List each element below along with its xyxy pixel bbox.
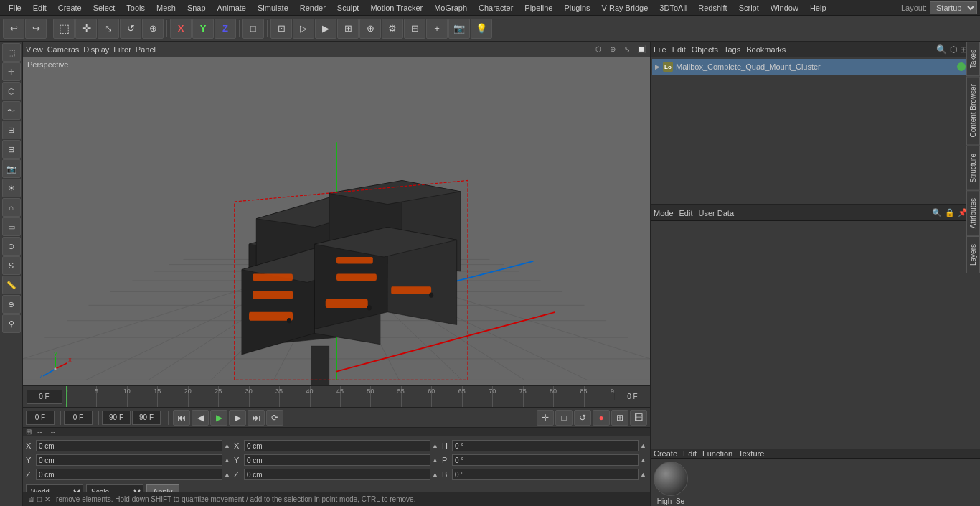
coord-x2-up[interactable]: ▲ — [432, 442, 439, 449]
menu-animate[interactable]: Animate — [212, 2, 252, 14]
menu-create[interactable]: Create — [52, 2, 88, 14]
vp-menu-display[interactable]: Display — [83, 45, 109, 54]
menu-simulate[interactable]: Simulate — [252, 2, 294, 14]
sidebar-btn-select[interactable]: ⬚ — [2, 43, 21, 62]
material-item-0[interactable]: High_Se — [654, 462, 688, 505]
sidebar-btn-camera[interactable]: 📷 — [2, 159, 21, 178]
menu-file[interactable]: File — [3, 2, 27, 14]
vis-dot-1[interactable] — [957, 62, 966, 71]
coord-z-input[interactable] — [36, 469, 222, 480]
coord-y-input[interactable] — [36, 454, 222, 466]
playback-current-input[interactable] — [64, 411, 93, 425]
coord-z2-input[interactable] — [244, 469, 430, 480]
tab-attributes[interactable]: Attributes — [966, 190, 980, 236]
object-mode-button[interactable]: □ — [242, 19, 264, 39]
render-to-po-button[interactable]: ⊞ — [337, 19, 359, 39]
coord-p-input[interactable] — [452, 454, 639, 466]
z-axis-button[interactable]: Z — [215, 19, 236, 39]
tab-layers[interactable]: Layers — [966, 236, 980, 273]
mat-menu-texture[interactable]: Texture — [738, 449, 764, 458]
vp-icon-3[interactable]: ⤡ — [621, 44, 633, 55]
render-region-button[interactable]: ⊡ — [270, 19, 292, 39]
to-start-button[interactable]: ⏮ — [173, 410, 190, 426]
tab-takes[interactable]: Takes — [966, 42, 980, 76]
loop-button[interactable]: ⟳ — [266, 410, 283, 426]
coord-h-input[interactable] — [452, 440, 639, 451]
camera-icon-button[interactable]: 📷 — [448, 19, 470, 39]
attr-search-icon[interactable]: 🔍 — [932, 208, 942, 217]
playback-start-input[interactable] — [26, 411, 55, 425]
undo-button[interactable]: ↩ — [3, 19, 24, 39]
sidebar-btn-material[interactable]: S — [2, 256, 21, 275]
attr-menu-mode[interactable]: Mode — [654, 209, 674, 217]
scale-button[interactable]: ⤡ — [98, 19, 119, 39]
layout-dropdown[interactable]: Startup — [930, 1, 977, 14]
sidebar-btn-magnet[interactable]: ⚲ — [2, 314, 21, 333]
sidebar-btn-polygon[interactable]: ⬡ — [2, 82, 21, 100]
rotate-button[interactable]: ↺ — [120, 19, 141, 39]
transform-button[interactable]: ⊕ — [142, 19, 164, 39]
viewport[interactable]: View Cameras Display Filter Panel ⬡ ⊕ ⤡ … — [23, 42, 650, 385]
menu-render[interactable]: Render — [294, 2, 331, 14]
sidebar-btn-spline[interactable]: 〜 — [2, 101, 21, 120]
menu-edit[interactable]: Edit — [27, 2, 52, 14]
attr-menu-edit[interactable]: Edit — [679, 209, 693, 217]
menu-window[interactable]: Window — [765, 2, 804, 14]
sidebar-btn-snap[interactable]: ⊕ — [2, 295, 21, 314]
om-sort-icon[interactable]: ⬡ — [950, 44, 957, 55]
layout-selector[interactable]: Layout: Startup — [901, 1, 977, 14]
menu-vray[interactable]: V-Ray Bridge — [596, 2, 654, 14]
om-search-icon[interactable]: 🔍 — [936, 44, 947, 55]
om-menu-objects[interactable]: Objects — [692, 45, 718, 54]
coord-y2-up[interactable]: ▲ — [432, 456, 439, 464]
menu-mesh[interactable]: Mesh — [151, 2, 182, 14]
render-button[interactable]: ▶ — [315, 19, 336, 39]
status-icon-close[interactable]: ✕ — [44, 495, 50, 503]
coord-x-up[interactable]: ▲ — [224, 442, 231, 449]
coord-z-up[interactable]: ▲ — [224, 471, 231, 478]
attr-menu-userdata[interactable]: User Data — [699, 209, 735, 217]
playback-end-input1[interactable] — [102, 411, 131, 425]
select-button[interactable]: ⬚ — [53, 19, 75, 39]
vp-menu-filter[interactable]: Filter — [113, 45, 131, 54]
move-button[interactable]: ✛ — [75, 19, 97, 39]
menu-select[interactable]: Select — [88, 2, 121, 14]
menu-sculpt[interactable]: Sculpt — [331, 2, 365, 14]
sidebar-btn-deform[interactable]: ⊞ — [2, 121, 21, 139]
menu-3dtoall[interactable]: 3DToAll — [654, 2, 692, 14]
vp-menu-cameras[interactable]: Cameras — [47, 45, 80, 54]
playback-settings-1[interactable]: ✛ — [537, 410, 554, 426]
vp-menu-panel[interactable]: Panel — [136, 45, 156, 54]
material-ball-0[interactable] — [654, 462, 688, 496]
sidebar-btn-light[interactable]: ☀ — [2, 179, 21, 197]
menu-character[interactable]: Character — [473, 2, 519, 14]
coord-p-up[interactable]: ▲ — [640, 456, 647, 464]
mat-menu-function[interactable]: Function — [702, 449, 732, 458]
coord-y2-input[interactable] — [244, 454, 430, 466]
vp-menu-view[interactable]: View — [26, 45, 43, 54]
coord-b-up[interactable]: ▲ — [640, 471, 647, 478]
sidebar-btn-move[interactable]: ✛ — [2, 62, 21, 81]
om-menu-file[interactable]: File — [654, 45, 666, 54]
playback-record-button[interactable]: ● — [593, 410, 610, 426]
playback-grid-button[interactable]: ⊞ — [611, 410, 628, 426]
menu-pipeline[interactable]: Pipeline — [519, 2, 558, 14]
to-end-button[interactable]: ⏭ — [248, 410, 265, 426]
coord-x-input[interactable] — [36, 440, 222, 451]
tab-content-browser[interactable]: Content Browser — [966, 76, 980, 145]
vp-icon-2[interactable]: ⊕ — [607, 44, 618, 55]
playback-keyframe-button[interactable]: 🎞 — [630, 410, 647, 426]
add-to-render-button[interactable]: + — [426, 19, 448, 39]
scene-canvas[interactable]: Perspective — [23, 57, 650, 385]
object-row-mailbox[interactable]: ▶ Lo Mailbox_Complete_Quad_Mount_Cluster — [652, 59, 979, 75]
om-menu-edit[interactable]: Edit — [672, 45, 686, 54]
mat-menu-edit[interactable]: Edit — [683, 449, 697, 458]
sidebar-btn-measure[interactable]: 📏 — [2, 276, 21, 294]
x-axis-button[interactable]: X — [170, 19, 192, 39]
status-icon-box[interactable]: □ — [37, 495, 42, 503]
playback-end-input2[interactable] — [132, 411, 161, 425]
next-frame-button[interactable]: ▶ — [229, 410, 246, 426]
menu-redshift[interactable]: Redshift — [692, 2, 732, 14]
render-view-button[interactable]: ▷ — [293, 19, 314, 39]
menu-help[interactable]: Help — [804, 2, 832, 14]
